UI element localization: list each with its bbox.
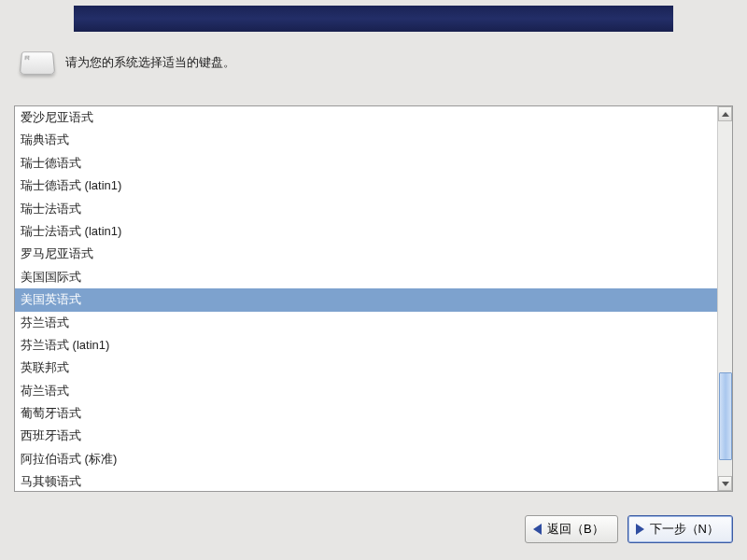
list-item[interactable]: 英联邦式 bbox=[15, 357, 717, 379]
list-item[interactable]: 罗马尼亚语式 bbox=[15, 243, 717, 265]
header-banner bbox=[74, 6, 673, 32]
next-button[interactable]: 下一步（N） bbox=[627, 515, 733, 543]
chevron-up-icon bbox=[722, 112, 729, 117]
list-item[interactable]: 美国国际式 bbox=[15, 266, 717, 288]
list-item[interactable]: 瑞士法语式 (latin1) bbox=[15, 220, 717, 243]
list-item[interactable]: 瑞士德语式 bbox=[15, 152, 717, 175]
prompt-row: 请为您的系统选择适当的键盘。 bbox=[21, 50, 235, 75]
scrollbar[interactable] bbox=[717, 106, 732, 491]
list-item[interactable]: 荷兰语式 bbox=[15, 380, 717, 402]
keyboard-list-body[interactable]: 爱沙尼亚语式瑞典语式瑞士德语式瑞士德语式 (latin1)瑞士法语式瑞士法语式 … bbox=[15, 106, 717, 491]
list-item[interactable]: 阿拉伯语式 (标准) bbox=[15, 448, 717, 470]
next-button-label: 下一步（N） bbox=[650, 521, 719, 538]
prompt-text: 请为您的系统选择适当的键盘。 bbox=[65, 54, 235, 71]
list-item[interactable]: 瑞典语式 bbox=[15, 129, 717, 151]
back-button[interactable]: 返回（B） bbox=[525, 515, 618, 543]
list-item[interactable]: 马其顿语式 bbox=[15, 470, 717, 491]
list-item[interactable]: 芬兰语式 bbox=[15, 312, 717, 334]
list-item[interactable]: 葡萄牙语式 bbox=[15, 402, 717, 425]
list-item[interactable]: 芬兰语式 (latin1) bbox=[15, 334, 717, 357]
scroll-down-button[interactable] bbox=[718, 476, 732, 491]
back-button-label: 返回（B） bbox=[547, 521, 604, 538]
list-item[interactable]: 瑞士法语式 bbox=[15, 198, 717, 220]
list-item[interactable]: 美国英语式 bbox=[15, 288, 717, 311]
arrow-left-icon bbox=[533, 524, 542, 535]
list-item[interactable]: 瑞士德语式 (latin1) bbox=[15, 175, 717, 197]
keyboard-icon bbox=[20, 51, 56, 75]
button-row: 返回（B） 下一步（N） bbox=[525, 515, 733, 543]
scroll-thumb[interactable] bbox=[719, 372, 732, 460]
list-item[interactable]: 西班牙语式 bbox=[15, 425, 717, 447]
list-item[interactable]: 爱沙尼亚语式 bbox=[15, 106, 717, 129]
scroll-up-button[interactable] bbox=[718, 106, 732, 121]
arrow-right-icon bbox=[636, 524, 644, 535]
chevron-down-icon bbox=[722, 482, 729, 486]
keyboard-list: 爱沙尼亚语式瑞典语式瑞士德语式瑞士德语式 (latin1)瑞士法语式瑞士法语式 … bbox=[14, 105, 733, 492]
